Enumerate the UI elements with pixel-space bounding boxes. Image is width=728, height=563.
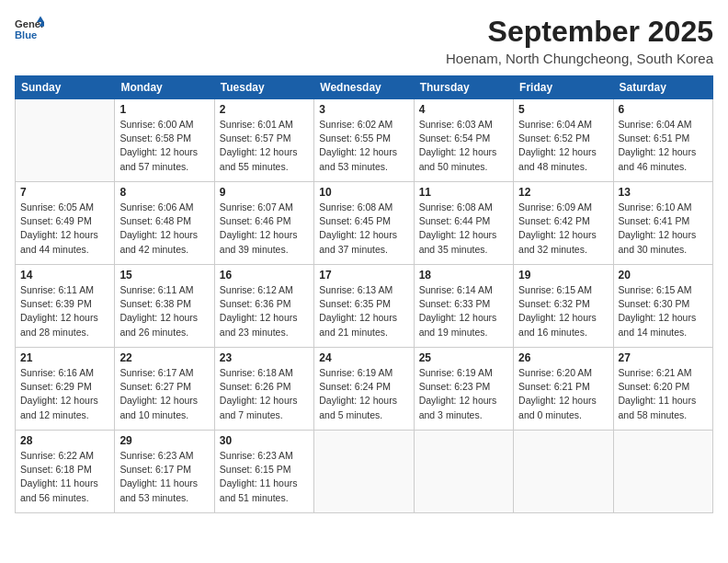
day-number: 20 (619, 269, 708, 282)
svg-text:Blue: Blue (15, 29, 37, 40)
weekday-header-wednesday: Wednesday (314, 76, 414, 99)
day-number: 8 (119, 186, 209, 199)
calendar-cell: 7Sunrise: 6:05 AM Sunset: 6:49 PM Daylig… (16, 182, 115, 265)
calendar-cell: 6Sunrise: 6:04 AM Sunset: 6:51 PM Daylig… (613, 99, 712, 182)
calendar-cell: 14Sunrise: 6:11 AM Sunset: 6:39 PM Dayli… (16, 265, 115, 348)
day-number: 19 (518, 269, 608, 282)
calendar-cell: 24Sunrise: 6:19 AM Sunset: 6:24 PM Dayli… (314, 348, 414, 431)
calendar-cell: 29Sunrise: 6:23 AM Sunset: 6:17 PM Dayli… (115, 431, 214, 513)
day-info: Sunrise: 6:04 AM Sunset: 6:51 PM Dayligh… (619, 118, 708, 174)
calendar-cell: 16Sunrise: 6:12 AM Sunset: 6:36 PM Dayli… (214, 265, 313, 348)
calendar-cell: 30Sunrise: 6:23 AM Sunset: 6:15 PM Dayli… (214, 431, 313, 513)
calendar-table: SundayMondayTuesdayWednesdayThursdayFrid… (15, 75, 713, 513)
weekday-header-sunday: Sunday (16, 76, 115, 99)
day-info: Sunrise: 6:18 AM Sunset: 6:26 PM Dayligh… (220, 366, 309, 422)
day-info: Sunrise: 6:08 AM Sunset: 6:45 PM Dayligh… (319, 201, 408, 257)
day-info: Sunrise: 6:15 AM Sunset: 6:32 PM Dayligh… (518, 283, 608, 339)
day-number: 1 (119, 103, 209, 116)
calendar-cell: 17Sunrise: 6:13 AM Sunset: 6:35 PM Dayli… (314, 265, 414, 348)
weekday-header-saturday: Saturday (613, 76, 712, 99)
calendar-cell (16, 99, 115, 182)
day-info: Sunrise: 6:16 AM Sunset: 6:29 PM Dayligh… (20, 366, 109, 422)
weekday-header-monday: Monday (115, 76, 214, 99)
weekday-header-row: SundayMondayTuesdayWednesdayThursdayFrid… (16, 76, 713, 99)
week-row-3: 14Sunrise: 6:11 AM Sunset: 6:39 PM Dayli… (16, 265, 713, 348)
day-number: 12 (518, 186, 608, 199)
calendar-cell: 28Sunrise: 6:22 AM Sunset: 6:18 PM Dayli… (16, 431, 115, 513)
calendar-cell: 12Sunrise: 6:09 AM Sunset: 6:42 PM Dayli… (514, 182, 613, 265)
day-number: 26 (518, 351, 608, 364)
day-info: Sunrise: 6:01 AM Sunset: 6:57 PM Dayligh… (220, 118, 309, 174)
day-number: 2 (220, 103, 309, 116)
month-title: September 2025 (446, 15, 713, 49)
calendar-cell: 4Sunrise: 6:03 AM Sunset: 6:54 PM Daylig… (414, 99, 513, 182)
day-info: Sunrise: 6:00 AM Sunset: 6:58 PM Dayligh… (119, 118, 209, 174)
day-number: 24 (319, 351, 408, 364)
day-info: Sunrise: 6:03 AM Sunset: 6:54 PM Dayligh… (419, 118, 508, 174)
weekday-header-tuesday: Tuesday (214, 76, 313, 99)
day-number: 9 (220, 186, 309, 199)
calendar-cell: 20Sunrise: 6:15 AM Sunset: 6:30 PM Dayli… (613, 265, 712, 348)
day-info: Sunrise: 6:15 AM Sunset: 6:30 PM Dayligh… (619, 283, 708, 339)
calendar-cell: 5Sunrise: 6:04 AM Sunset: 6:52 PM Daylig… (514, 99, 613, 182)
calendar-cell: 11Sunrise: 6:08 AM Sunset: 6:44 PM Dayli… (414, 182, 513, 265)
week-row-2: 7Sunrise: 6:05 AM Sunset: 6:49 PM Daylig… (16, 182, 713, 265)
day-number: 4 (419, 103, 508, 116)
day-number: 6 (619, 103, 708, 116)
calendar-cell: 21Sunrise: 6:16 AM Sunset: 6:29 PM Dayli… (16, 348, 115, 431)
day-number: 18 (419, 269, 508, 282)
day-number: 17 (319, 269, 408, 282)
day-info: Sunrise: 6:06 AM Sunset: 6:48 PM Dayligh… (119, 201, 209, 257)
day-info: Sunrise: 6:17 AM Sunset: 6:27 PM Dayligh… (119, 366, 209, 422)
day-number: 3 (319, 103, 408, 116)
day-number: 27 (619, 351, 708, 364)
calendar-cell: 8Sunrise: 6:06 AM Sunset: 6:48 PM Daylig… (115, 182, 214, 265)
week-row-5: 28Sunrise: 6:22 AM Sunset: 6:18 PM Dayli… (16, 431, 713, 513)
day-info: Sunrise: 6:23 AM Sunset: 6:15 PM Dayligh… (220, 449, 309, 505)
day-number: 5 (518, 103, 608, 116)
day-info: Sunrise: 6:21 AM Sunset: 6:20 PM Dayligh… (619, 366, 708, 422)
calendar-cell: 19Sunrise: 6:15 AM Sunset: 6:32 PM Dayli… (514, 265, 613, 348)
day-info: Sunrise: 6:05 AM Sunset: 6:49 PM Dayligh… (20, 201, 109, 257)
day-number: 30 (220, 434, 309, 447)
logo-icon: General Blue (15, 15, 44, 44)
weekday-header-thursday: Thursday (414, 76, 513, 99)
day-number: 11 (419, 186, 508, 199)
day-info: Sunrise: 6:22 AM Sunset: 6:18 PM Dayligh… (20, 449, 109, 505)
day-info: Sunrise: 6:10 AM Sunset: 6:41 PM Dayligh… (619, 201, 708, 257)
day-number: 22 (119, 351, 209, 364)
day-info: Sunrise: 6:13 AM Sunset: 6:35 PM Dayligh… (319, 283, 408, 339)
calendar-cell: 3Sunrise: 6:02 AM Sunset: 6:55 PM Daylig… (314, 99, 414, 182)
calendar-cell: 13Sunrise: 6:10 AM Sunset: 6:41 PM Dayli… (613, 182, 712, 265)
calendar-cell (314, 431, 414, 513)
calendar-cell: 10Sunrise: 6:08 AM Sunset: 6:45 PM Dayli… (314, 182, 414, 265)
calendar-cell: 9Sunrise: 6:07 AM Sunset: 6:46 PM Daylig… (214, 182, 313, 265)
calendar-cell: 27Sunrise: 6:21 AM Sunset: 6:20 PM Dayli… (613, 348, 712, 431)
day-info: Sunrise: 6:12 AM Sunset: 6:36 PM Dayligh… (220, 283, 309, 339)
calendar-cell (514, 431, 613, 513)
day-number: 15 (119, 269, 209, 282)
calendar-cell (613, 431, 712, 513)
day-number: 28 (20, 434, 109, 447)
day-info: Sunrise: 6:09 AM Sunset: 6:42 PM Dayligh… (518, 201, 608, 257)
day-number: 10 (319, 186, 408, 199)
title-block: September 2025 Hoenam, North Chungcheong… (446, 15, 713, 66)
day-info: Sunrise: 6:20 AM Sunset: 6:21 PM Dayligh… (518, 366, 608, 422)
calendar-cell: 1Sunrise: 6:00 AM Sunset: 6:58 PM Daylig… (115, 99, 214, 182)
day-number: 14 (20, 269, 109, 282)
day-number: 23 (220, 351, 309, 364)
day-info: Sunrise: 6:08 AM Sunset: 6:44 PM Dayligh… (419, 201, 508, 257)
calendar-cell: 26Sunrise: 6:20 AM Sunset: 6:21 PM Dayli… (514, 348, 613, 431)
logo: General Blue (15, 15, 44, 44)
day-number: 21 (20, 351, 109, 364)
calendar-cell: 23Sunrise: 6:18 AM Sunset: 6:26 PM Dayli… (214, 348, 313, 431)
page-header: General Blue September 2025 Hoenam, Nort… (15, 15, 713, 66)
calendar-cell: 22Sunrise: 6:17 AM Sunset: 6:27 PM Dayli… (115, 348, 214, 431)
day-number: 29 (119, 434, 209, 447)
calendar-cell: 15Sunrise: 6:11 AM Sunset: 6:38 PM Dayli… (115, 265, 214, 348)
calendar-cell (414, 431, 513, 513)
day-info: Sunrise: 6:19 AM Sunset: 6:23 PM Dayligh… (419, 366, 508, 422)
day-number: 7 (20, 186, 109, 199)
day-info: Sunrise: 6:23 AM Sunset: 6:17 PM Dayligh… (119, 449, 209, 505)
day-info: Sunrise: 6:14 AM Sunset: 6:33 PM Dayligh… (419, 283, 508, 339)
